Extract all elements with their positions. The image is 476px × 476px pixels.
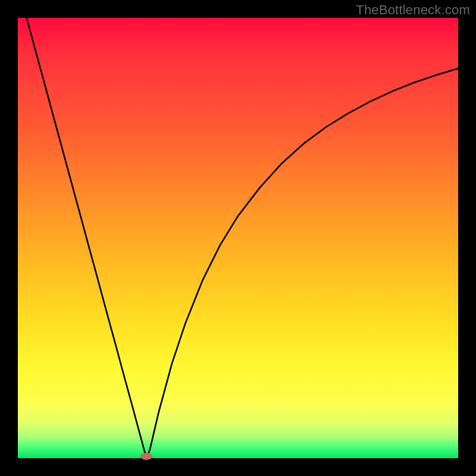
bottleneck-curve (27, 18, 458, 458)
optimal-point-marker (140, 453, 152, 460)
plot-area (18, 18, 458, 458)
watermark-text: TheBottleneck.com (356, 2, 470, 18)
chart-frame: TheBottleneck.com (0, 0, 476, 476)
chart-svg (18, 18, 458, 458)
